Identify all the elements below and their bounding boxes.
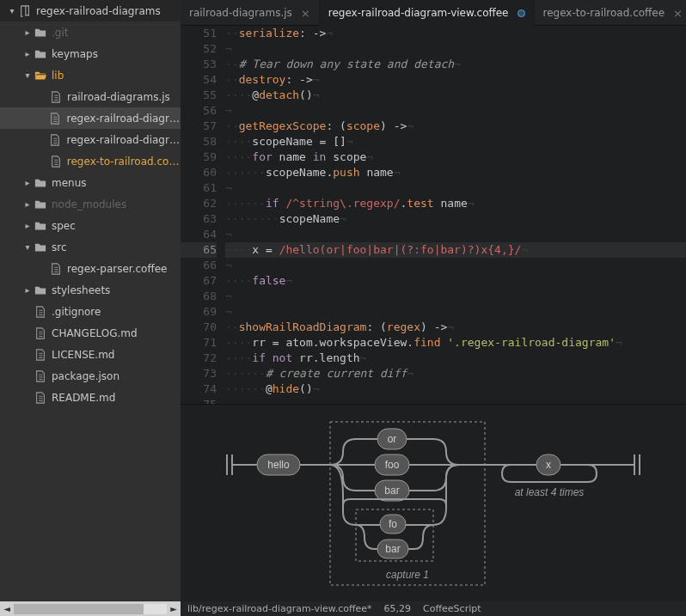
- close-icon[interactable]: ×: [301, 7, 310, 20]
- file-icon: [34, 392, 46, 404]
- railroad-diagram: hello or foo bar fo: [210, 413, 657, 594]
- file-icon: [49, 113, 61, 125]
- file-icon: [34, 327, 46, 339]
- repo-icon: [19, 5, 31, 17]
- tree-item-regex-parser-coffee[interactable]: regex-parser.coffee: [0, 258, 181, 279]
- tree-item-keymaps[interactable]: ▸keymaps: [0, 43, 181, 64]
- tab-regex-to-railroad-coffee[interactable]: regex-to-railroad.coffee×: [535, 0, 687, 26]
- code-line[interactable]: ¬: [225, 103, 686, 119]
- code-line[interactable]: ¬: [225, 258, 686, 273]
- tab-label: railroad-diagrams.js: [189, 7, 292, 19]
- folder-icon: [34, 284, 46, 296]
- tree-item-node-modules[interactable]: ▸node_modules: [0, 193, 181, 215]
- code-line[interactable]: ····if not rr.length¬: [225, 351, 686, 366]
- folder-icon: [34, 241, 46, 253]
- editor-area: railroad-diagrams.js×regex-railroad-diag…: [181, 0, 686, 601]
- tree-item-regex-railroad-diagram-view-coffee[interactable]: regex-railroad-diagram: [0, 107, 181, 129]
- tree-item-regex-to-railroad-coffee[interactable]: regex-to-railroad.coffe: [0, 150, 181, 172]
- line-number: 58: [181, 134, 217, 149]
- tree-item-src[interactable]: ▾src: [0, 236, 181, 258]
- folder-icon: [34, 48, 46, 60]
- code-content[interactable]: ··serialize: ->¬¬··# Tear down any state…: [225, 26, 686, 404]
- tree-horizontal-scrollbar[interactable]: ◄ ►: [0, 601, 181, 616]
- tree-item-label: spec: [52, 220, 76, 232]
- tree-item-menus[interactable]: ▸menus: [0, 172, 181, 193]
- chevron-right-icon: [38, 264, 48, 273]
- code-line[interactable]: ····false¬: [225, 273, 686, 289]
- line-number: 72: [181, 351, 217, 366]
- code-line[interactable]: ··serialize: ->¬: [225, 26, 686, 41]
- tree-item--gitignore[interactable]: .gitignore: [0, 301, 181, 322]
- diagram-node-bar: bar: [384, 485, 399, 497]
- scrollbar-thumb[interactable]: [14, 604, 144, 614]
- tree-item-readme-md[interactable]: README.md: [0, 387, 181, 408]
- chevron-right-icon: ▸: [22, 27, 33, 37]
- tab-railroad-diagrams-js[interactable]: railroad-diagrams.js×: [181, 0, 320, 26]
- code-line[interactable]: ····scopeName = []¬: [225, 134, 686, 149]
- status-file-path: lib/regex-railroad-diagram-view.coffee*: [187, 603, 372, 614]
- chevron-down-icon: ▾: [7, 6, 17, 15]
- scrollbar-track[interactable]: [14, 604, 167, 614]
- tree-item-spec[interactable]: ▸spec: [0, 215, 181, 236]
- line-number: 62: [181, 196, 217, 211]
- code-line[interactable]: ··showRailRoadDiagram: (regex) ->¬: [225, 320, 686, 335]
- chevron-right-icon: [22, 393, 33, 402]
- line-number: 56: [181, 103, 217, 119]
- tree-item-label: regex-to-railroad.coffe: [67, 156, 181, 168]
- tab-regex-railroad-diagram-view-coffee[interactable]: regex-railroad-diagram-view.coffee: [320, 0, 535, 26]
- chevron-right-icon: ▸: [22, 221, 33, 230]
- diagram-node-fo: fo: [389, 518, 397, 530]
- code-line[interactable]: ····@detach()¬: [225, 88, 686, 103]
- line-number: 63: [181, 211, 217, 227]
- code-line[interactable]: ¬: [225, 227, 686, 242]
- code-line[interactable]: ········scopeName¬: [225, 211, 686, 227]
- tree-item-package-json[interactable]: package.json: [0, 365, 181, 387]
- code-line[interactable]: ··getRegexScope: (scope) ->¬: [225, 119, 686, 134]
- chevron-right-icon: [38, 113, 47, 123]
- line-number: 71: [181, 335, 217, 351]
- code-line[interactable]: ¬: [225, 304, 686, 320]
- code-line[interactable]: ··# Tear down any state and detach¬: [225, 57, 686, 72]
- code-line[interactable]: ¬: [225, 397, 686, 404]
- tree-item--git[interactable]: ▸.git: [0, 21, 181, 43]
- tab-label: regex-to-railroad.coffee: [543, 7, 665, 19]
- code-line[interactable]: ¬: [225, 41, 686, 57]
- status-language: CoffeeScript: [423, 603, 481, 614]
- tree-item-label: README.md: [52, 392, 115, 404]
- tree-item-railroad-diagrams-js[interactable]: railroad-diagrams.js: [0, 86, 181, 107]
- chevron-right-icon: ▸: [22, 178, 33, 187]
- file-icon: [50, 156, 62, 168]
- tab-bar: railroad-diagrams.js×regex-railroad-diag…: [181, 0, 686, 26]
- code-line[interactable]: ······if /^string\.regexp/.test name¬: [225, 196, 686, 211]
- diagram-node-or: or: [388, 433, 397, 445]
- scroll-right-button[interactable]: ►: [167, 602, 181, 616]
- tree-item-changelog-md[interactable]: CHANGELOG.md: [0, 322, 181, 344]
- chevron-right-icon: ▸: [22, 199, 33, 209]
- scroll-left-button[interactable]: ◄: [0, 602, 14, 616]
- code-line[interactable]: ¬: [225, 180, 686, 196]
- code-line[interactable]: ····x = /hello(or|foo|bar|(?:fo|bar)?)x{…: [225, 242, 686, 258]
- tree-item-license-md[interactable]: LICENSE.md: [0, 344, 181, 365]
- code-line[interactable]: ····rr = atom.workspaceView.find '.regex…: [225, 335, 686, 351]
- chevron-down-icon: ▾: [22, 70, 33, 80]
- tree-item-lib[interactable]: ▾lib: [0, 64, 181, 86]
- code-line[interactable]: ······# create current diff¬: [225, 366, 686, 381]
- code-line[interactable]: ··destroy: ->¬: [225, 72, 686, 88]
- line-number: 70: [181, 320, 217, 335]
- code-line[interactable]: ······scopeName.push name¬: [225, 165, 686, 180]
- tree-item-label: menus: [52, 177, 87, 189]
- tree-item-regex-railroad-diagram-coffee[interactable]: regex-railroad-diagram: [0, 129, 181, 150]
- file-tree: ▾regex-railroad-diagrams▸.git▸keymaps▾li…: [0, 0, 181, 601]
- tree-item-label: node_modules: [52, 198, 126, 210]
- code-line[interactable]: ······@hide()¬: [225, 381, 686, 397]
- code-line[interactable]: ¬: [225, 289, 686, 304]
- code-line[interactable]: ····for name in scope¬: [225, 149, 686, 165]
- tree-item-regex-railroad-diagrams[interactable]: ▾regex-railroad-diagrams: [0, 0, 181, 21]
- tree-item-stylesheets[interactable]: ▸stylesheets: [0, 279, 181, 301]
- folder-icon: [34, 27, 46, 39]
- code-editor[interactable]: 5152535455565758596061626364656667686970…: [181, 26, 686, 404]
- close-icon[interactable]: ×: [673, 7, 683, 20]
- line-number: 61: [181, 180, 217, 196]
- line-number: 68: [181, 289, 217, 304]
- tree-item-label: regex-railroad-diagrams: [36, 5, 161, 17]
